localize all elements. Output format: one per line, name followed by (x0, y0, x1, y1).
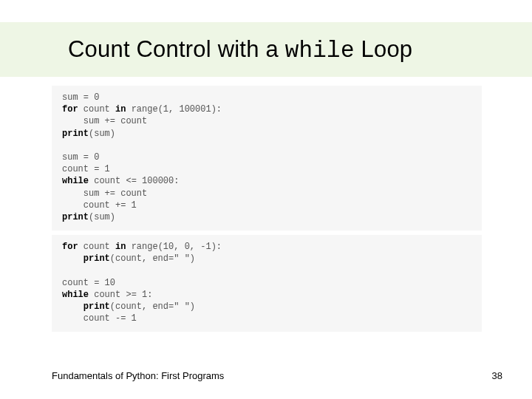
code-line: sum += count (62, 116, 147, 126)
code-kw: print (62, 212, 89, 222)
code-line: count = 1 (62, 164, 110, 174)
code-text: count (78, 242, 115, 252)
code-kw: while (62, 290, 89, 300)
code-kw: print (62, 301, 110, 312)
footer-book-title: Fundamentals of Python: First Programs (52, 370, 224, 381)
code-block-1: sum = 0 for count in range(1, 100001): s… (52, 86, 482, 231)
code-text: (count, end=" ") (110, 253, 195, 264)
code-line: sum = 0 (62, 152, 99, 163)
slide-title: Count Control with a while Loop (68, 36, 412, 64)
code-line: sum += count (62, 188, 147, 199)
code-text: count >= 1: (89, 290, 152, 300)
code-kw: in (115, 242, 126, 252)
code-text: count (78, 104, 115, 115)
title-suffix: Loop (355, 36, 413, 62)
title-band: Count Control with a while Loop (0, 22, 532, 77)
footer-page-number: 38 (492, 370, 502, 381)
title-prefix: Count Control with a (68, 36, 285, 62)
code-text: range(10, 0, -1): (126, 242, 222, 252)
code-line: count = 10 (62, 278, 115, 288)
code-text: (sum) (89, 129, 115, 139)
code-kw: in (115, 104, 126, 115)
code-kw: while (62, 176, 89, 186)
code-line: sum = 0 (62, 92, 99, 103)
title-mono: while (285, 38, 355, 64)
code-line: count -= 1 (62, 313, 137, 324)
code-kw: print (62, 129, 89, 139)
code-line: count += 1 (62, 200, 137, 211)
code-text: count <= 100000: (89, 176, 179, 186)
code-text: (sum) (89, 212, 115, 222)
code-kw: for (62, 104, 78, 115)
code-kw: for (62, 242, 78, 252)
code-text: (count, end=" ") (110, 301, 195, 312)
code-text: range(1, 100001): (126, 104, 222, 115)
code-kw: print (62, 253, 110, 264)
code-block-2: for count in range(10, 0, -1): print(cou… (52, 235, 482, 332)
